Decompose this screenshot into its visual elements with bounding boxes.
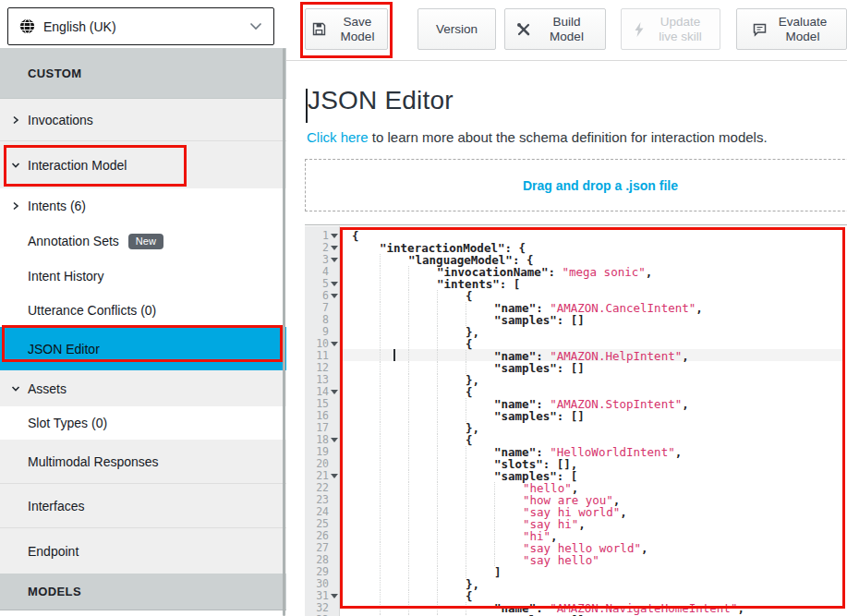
code-line-13: }, xyxy=(341,374,847,386)
fold-caret-icon[interactable] xyxy=(329,294,339,298)
json-punctuation-token: , xyxy=(620,505,627,519)
indent-guide xyxy=(352,374,380,386)
indent-guide xyxy=(380,494,408,506)
indent-guide xyxy=(408,374,437,386)
indent-guide xyxy=(380,470,408,482)
indent-guide xyxy=(408,458,437,470)
sidebar: English (UK) CUSTOM InvocationsInteracti… xyxy=(0,0,286,616)
indent-guide xyxy=(380,578,408,590)
code-line-17: }, xyxy=(341,422,847,434)
indent-guide xyxy=(352,458,380,470)
sidebar-item-annotation-sets[interactable]: Annotation SetsNew xyxy=(0,223,286,259)
code-line-20: "slots": [], xyxy=(341,458,847,470)
indent-guide xyxy=(408,422,437,434)
indent-guide xyxy=(408,326,437,338)
language-selector[interactable]: English (UK) xyxy=(7,7,274,45)
indent-guide xyxy=(408,470,437,482)
editor-caret xyxy=(393,349,395,361)
indent-guide xyxy=(352,470,380,482)
indent-guide xyxy=(380,362,408,374)
sidebar-item-utterance-conflicts-0[interactable]: Utterance Conflicts (0) xyxy=(0,293,286,327)
indent-guide xyxy=(437,350,466,362)
indent-guide xyxy=(466,602,494,614)
fold-caret-icon[interactable] xyxy=(329,258,339,262)
sidebar-item-assets[interactable]: Assets xyxy=(0,370,286,406)
code-line-15: "name": "AMAZON.StopIntent", xyxy=(341,398,847,410)
intro-text: Click here to learn more about the schem… xyxy=(307,129,768,145)
fold-caret-icon[interactable] xyxy=(329,438,339,442)
indent-guide xyxy=(408,386,437,398)
indent-guide xyxy=(352,314,380,326)
sidebar-item-interfaces[interactable]: Interfaces xyxy=(0,484,286,528)
sidebar-item-intent-history[interactable]: Intent History xyxy=(0,259,286,293)
json-punctuation-token: , xyxy=(682,397,689,411)
save-model-button[interactable]: Save Model xyxy=(305,8,388,50)
learn-more-link[interactable]: Click here xyxy=(307,129,369,145)
json-punctuation-token: , xyxy=(578,517,586,531)
json-punctuation-token: ] xyxy=(494,565,502,579)
sidebar-item-intents-6[interactable]: Intents (6) xyxy=(0,188,286,223)
indent-guide xyxy=(437,326,466,338)
indent-guide xyxy=(466,494,494,506)
indent-guide xyxy=(352,530,380,542)
sidebar-item-invocations[interactable]: Invocations xyxy=(0,99,286,141)
section-label: MODELS xyxy=(28,585,81,598)
chevron-right-icon xyxy=(11,201,28,211)
json-punctuation-token: { xyxy=(466,337,473,351)
evaluate-model-button[interactable]: Evaluate Model xyxy=(736,8,847,50)
fold-caret-icon[interactable] xyxy=(329,594,339,598)
version-button[interactable]: Version xyxy=(417,8,496,50)
button-label: Version xyxy=(436,22,478,37)
editor-code-area[interactable]: {"interactionModel": {"languageModel": {… xyxy=(341,226,847,616)
indent-guide xyxy=(437,470,466,482)
indent-guide xyxy=(352,290,380,302)
indent-guide xyxy=(352,542,380,554)
indent-guide xyxy=(494,482,523,494)
fold-caret-icon[interactable] xyxy=(329,342,339,346)
indent-guide xyxy=(437,602,466,614)
indent-guide xyxy=(380,410,408,422)
indent-guide xyxy=(408,446,437,458)
sidebar-item-json-editor[interactable]: JSON Editor xyxy=(0,327,286,370)
fold-caret-icon[interactable] xyxy=(329,474,339,478)
sidebar-item-label: Invocations xyxy=(28,113,93,127)
sidebar-item-multimodal-responses[interactable]: Multimodal Responses xyxy=(0,440,286,484)
indent-guide xyxy=(466,482,494,494)
indent-guide xyxy=(437,374,466,386)
indent-guide xyxy=(408,494,437,506)
fold-caret-icon[interactable] xyxy=(329,390,339,394)
code-line-12: "samples": [] xyxy=(341,362,847,374)
fold-caret-icon[interactable] xyxy=(329,246,339,250)
indent-guide xyxy=(352,446,380,458)
indent-guide xyxy=(437,518,466,530)
fold-caret-icon[interactable] xyxy=(329,234,339,238)
indent-guide xyxy=(408,554,437,566)
indent-guide xyxy=(380,386,408,398)
json-string-token: "say hello" xyxy=(523,553,599,567)
indent-guide xyxy=(437,458,466,470)
code-line-9: }, xyxy=(341,326,847,338)
section-header-models: MODELS xyxy=(0,574,286,610)
indent-guide xyxy=(408,278,437,290)
sidebar-scrollbar[interactable] xyxy=(283,48,285,616)
sidebar-item-slot-types-0[interactable]: Slot Types (0) xyxy=(0,406,286,440)
indent-guide xyxy=(437,566,466,578)
indent-guide xyxy=(408,362,437,374)
sidebar-item-interaction-model[interactable]: Interaction Model xyxy=(0,141,286,188)
fold-caret-icon[interactable] xyxy=(329,282,339,286)
sidebar-item-endpoint[interactable]: Endpoint xyxy=(0,528,286,574)
indent-guide xyxy=(380,302,408,314)
build-model-button[interactable]: Build Model xyxy=(504,8,606,50)
json-dropzone[interactable]: Drag and drop a .json file xyxy=(305,159,847,211)
indent-guide xyxy=(352,590,380,602)
indent-guide xyxy=(494,530,523,542)
new-badge: New xyxy=(128,234,163,249)
json-code-editor[interactable]: 1234567891011121314151617181920212223242… xyxy=(305,224,847,616)
update-live-skill-button[interactable]: Update live skill xyxy=(621,8,720,50)
indent-guide xyxy=(466,518,494,530)
indent-guide xyxy=(380,278,408,290)
indent-guide xyxy=(352,278,380,290)
chat-bubble-icon xyxy=(752,22,768,37)
json-punctuation-token: , xyxy=(682,349,689,363)
json-punctuation-token: { xyxy=(466,433,473,447)
